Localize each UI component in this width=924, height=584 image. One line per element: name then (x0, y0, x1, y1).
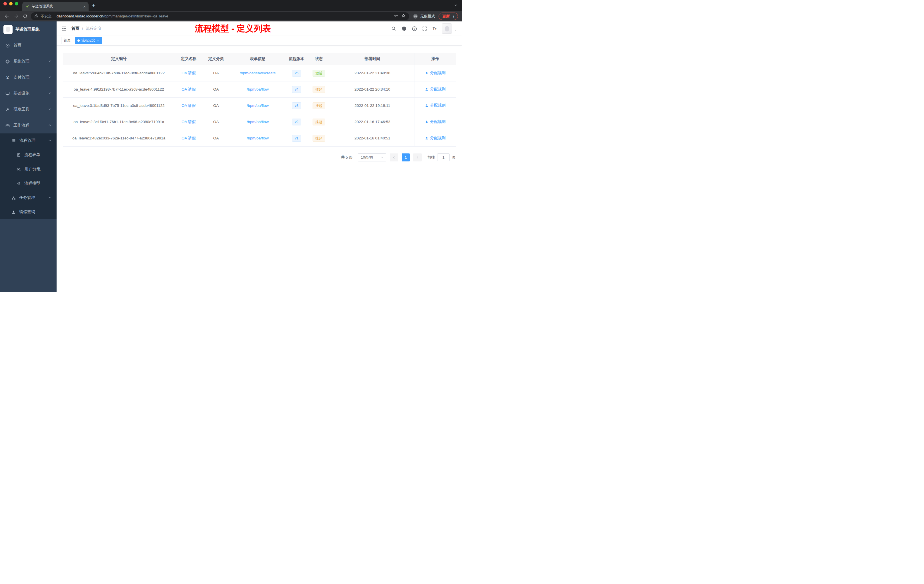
user-avatar[interactable] (442, 23, 452, 34)
favicon (25, 4, 30, 9)
definition-table: 定义编号 定义名称 定义分类 表单信息 流程版本 状态 部署时间 操作 oa_l (63, 53, 456, 147)
incognito-badge[interactable]: 无痕模式 (412, 13, 435, 19)
close-window-button[interactable] (3, 2, 7, 5)
assign-rule-link[interactable]: 分配规则 (425, 87, 446, 92)
yen-icon: ¥ (5, 75, 10, 80)
definition-name-link[interactable]: OA 请假 (182, 104, 196, 108)
search-icon[interactable] (390, 25, 397, 32)
table-row: oa_leave:2:3c1f0ef1-76b1-11ec-9c66-a2380… (63, 114, 456, 130)
app-logo[interactable]: 芋道管理系统 (0, 21, 56, 38)
sidebar-item-user-group[interactable]: 用户分组 (0, 162, 56, 176)
tag-process-definition[interactable]: 流程定义 × (75, 37, 102, 44)
help-icon[interactable]: ? (411, 25, 418, 32)
sidebar-item-label: 流程表单 (24, 152, 51, 157)
cell-category: OA (202, 65, 230, 81)
minimize-window-button[interactable] (9, 2, 13, 5)
sidebar-item-process-model[interactable]: 流程模型 (0, 176, 56, 191)
sidebar-item-home[interactable]: 首页 (0, 38, 56, 53)
sidebar-item-label: 基础设施 (13, 91, 45, 96)
logo-image (3, 25, 13, 34)
browser-window: 芋道管理系统 × + 不安全 dashboard.yudao.iocoder.c… (0, 0, 462, 292)
tag-home[interactable]: 首页 (61, 37, 73, 44)
zoom-window-button[interactable] (15, 2, 18, 5)
user-icon (425, 120, 429, 124)
form-link[interactable]: /bpm/oa/flow (247, 104, 269, 108)
form-link[interactable]: /bpm/oa/flow (247, 87, 269, 91)
avatar-caret-icon[interactable] (454, 28, 457, 34)
incognito-label: 无痕模式 (420, 14, 435, 19)
password-key-icon[interactable] (394, 13, 398, 19)
cell-category: OA (202, 130, 230, 146)
tag-close-icon[interactable]: × (97, 39, 99, 42)
sidebar-item-process-management[interactable]: 流程管理 (0, 134, 56, 148)
form-link[interactable]: /bpm/oa/flow (247, 120, 269, 124)
tag-label: 流程定义 (81, 38, 95, 43)
tab-close-icon[interactable]: × (83, 4, 86, 8)
reload-button[interactable] (22, 13, 28, 20)
column-header-category: 定义分类 (202, 53, 230, 65)
breadcrumb-current: 流程定义 (86, 26, 102, 31)
next-page-button[interactable] (413, 153, 422, 162)
chevron-right-icon (416, 156, 419, 159)
column-header-form: 表单信息 (230, 53, 286, 65)
sidebar-item-process-form[interactable]: 流程表单 (0, 148, 56, 162)
cell-category: OA (202, 114, 230, 130)
assign-rule-link[interactable]: 分配规则 (425, 103, 446, 108)
sidebar-item-leave-query[interactable]: 请假查询 (0, 205, 56, 219)
sidebar-fold-icon[interactable] (61, 26, 67, 31)
forward-button[interactable] (13, 13, 20, 20)
list-icon (12, 138, 16, 143)
prev-page-button[interactable] (390, 153, 398, 162)
navbar-actions: ? TT (390, 23, 457, 34)
page-size-select[interactable]: 10条/页 (358, 153, 386, 162)
definition-name-link[interactable]: OA 请假 (182, 87, 196, 91)
url-path: /bpm/manager/definition?key=oa_leave (103, 14, 168, 18)
user-icon (425, 136, 429, 140)
font-size-icon[interactable]: TT (431, 25, 438, 32)
definition-name-link[interactable]: OA 请假 (182, 120, 196, 124)
tab-title: 芋道管理系统 (32, 4, 81, 9)
tab-search-button[interactable] (454, 3, 457, 8)
cell-category: OA (202, 81, 230, 97)
assign-rule-link[interactable]: 分配规则 (425, 70, 446, 76)
breadcrumb-home[interactable]: 首页 (71, 26, 79, 31)
sidebar-item-payment[interactable]: ¥ 支付管理 (0, 69, 56, 86)
update-label: 更新 (442, 14, 450, 19)
main-area: 首页 / 流程定义 流程模型 - 定义列表 ? (56, 21, 462, 292)
chevron-down-icon (381, 156, 384, 159)
definition-name-link[interactable]: OA 请假 (182, 71, 196, 75)
assign-rule-link[interactable]: 分配规则 (425, 135, 446, 140)
sidebar-item-devtools[interactable]: 研发工具 (0, 101, 56, 117)
github-icon[interactable] (401, 25, 408, 32)
sidebar-item-system[interactable]: 系统管理 (0, 53, 56, 69)
new-tab-button[interactable]: + (92, 3, 96, 8)
sidebar-item-infrastructure[interactable]: 基础设施 (0, 86, 56, 101)
goto-page-input[interactable] (437, 153, 450, 161)
sidebar-item-task-management[interactable]: 任务管理 (0, 191, 56, 205)
back-button[interactable] (3, 13, 10, 20)
chevron-down-icon (48, 91, 51, 96)
sidebar-item-label: 工作流程 (13, 123, 45, 128)
bookmark-star-icon[interactable] (401, 13, 406, 19)
browser-update-chip[interactable]: 更新 ⋮ (439, 13, 458, 20)
status-badge: 挂起 (313, 135, 325, 142)
page-number-button[interactable]: 1 (402, 153, 410, 162)
browser-menu-icon[interactable]: ⋮ (452, 14, 456, 18)
assign-rule-link[interactable]: 分配规则 (425, 119, 446, 124)
form-link[interactable]: /bpm/oa/leave/create (240, 71, 276, 75)
chevron-down-icon (48, 107, 51, 112)
column-header-id: 定义编号 (63, 53, 175, 65)
chevron-up-icon (48, 123, 51, 128)
cell-deploy-time: 2022-01-16 01:40:51 (330, 130, 414, 146)
definition-name-link[interactable]: OA 请假 (182, 136, 196, 140)
browser-tab[interactable]: 芋道管理系统 × (22, 2, 89, 11)
sidebar-item-workflow[interactable]: 工作流程 (0, 117, 56, 134)
omnibox-actions (394, 13, 406, 19)
table-row: oa_leave:1:482ec033-762a-11ec-8477-a2380… (63, 130, 456, 146)
user-icon (425, 87, 429, 91)
fullscreen-icon[interactable] (421, 25, 428, 32)
url-text: dashboard.yudao.iocoder.cn/bpm/manager/d… (56, 14, 168, 18)
page-unit-label: 页 (452, 155, 456, 160)
address-bar[interactable]: 不安全 dashboard.yudao.iocoder.cn/bpm/manag… (31, 12, 409, 20)
form-link[interactable]: /bpm/oa/flow (247, 136, 269, 140)
